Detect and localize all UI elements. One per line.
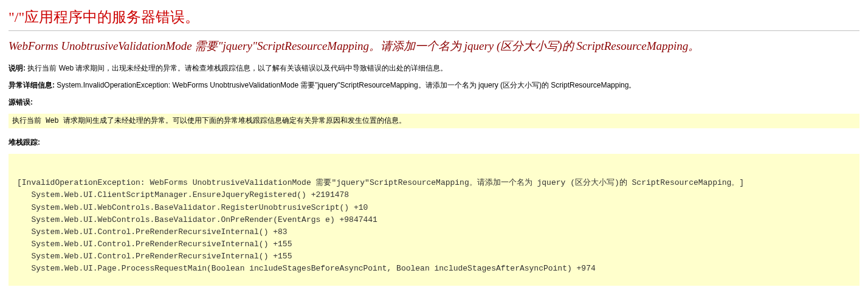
exception-text: System.InvalidOperationException: WebFor…: [55, 81, 636, 89]
divider: [9, 30, 859, 31]
exception-row: 异常详细信息: System.InvalidOperationException…: [9, 80, 859, 91]
page-title: "/"应用程序中的服务器错误。: [9, 7, 859, 27]
source-error-label: 源错误:: [9, 98, 33, 106]
exception-label: 异常详细信息:: [9, 81, 55, 89]
source-error-row: 源错误:: [9, 97, 859, 108]
description-row: 说明: 执行当前 Web 请求期间，出现未经处理的异常。请检查堆栈跟踪信息，以了…: [9, 63, 859, 74]
description-text: 执行当前 Web 请求期间，出现未经处理的异常。请检查堆栈跟踪信息，以了解有关该…: [26, 64, 447, 72]
stack-trace-row: 堆栈跟踪:: [9, 137, 859, 148]
stack-trace-code: [InvalidOperationException: WebForms Uno…: [9, 154, 859, 286]
source-error-code: 执行当前 Web 请求期间生成了未经处理的异常。可以使用下面的异常堆栈跟踪信息确…: [9, 114, 859, 128]
error-subtitle: WebForms UnobtrusiveValidationMode 需要"jq…: [9, 38, 859, 54]
description-label: 说明:: [9, 64, 26, 72]
stack-trace-label: 堆栈跟踪:: [9, 138, 40, 147]
